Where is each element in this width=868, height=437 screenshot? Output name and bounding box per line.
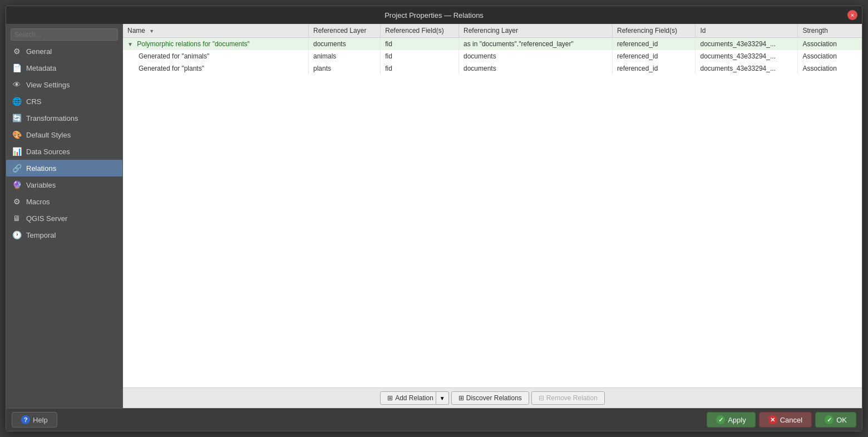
cell-refing-fields: referenced_id bbox=[612, 62, 696, 75]
sidebar-item-macros[interactable]: ⚙ Macros bbox=[6, 193, 122, 210]
sidebar-item-variables[interactable]: 🔮 Variables bbox=[6, 176, 122, 193]
footer-right: ✓ Apply ✕ Cancel ✓ OK bbox=[707, 412, 856, 428]
table-row[interactable]: Generated for "animals" animals fid docu… bbox=[123, 50, 862, 62]
cell-id: documents_43e33294_... bbox=[696, 38, 798, 51]
sidebar-item-general[interactable]: ⚙ General bbox=[6, 43, 122, 60]
cell-refing-layer: documents bbox=[458, 62, 612, 75]
dialog: Project Properties — Relations × ⚙ Gener… bbox=[6, 6, 862, 431]
cell-refing-layer: documents bbox=[458, 50, 612, 62]
sidebar-item-label: QGIS Server bbox=[26, 214, 67, 223]
titlebar: Project Properties — Relations × bbox=[6, 6, 862, 24]
add-relation-dropdown-button[interactable]: ▼ bbox=[436, 391, 449, 405]
cell-id: documents_43e33294_... bbox=[696, 62, 798, 75]
sidebar-item-crs[interactable]: 🌐 CRS bbox=[6, 93, 122, 110]
cell-name: Generated for "plants" bbox=[123, 62, 309, 75]
sidebar-item-label: Metadata bbox=[26, 64, 56, 72]
cell-ref-fields: fid bbox=[381, 38, 459, 51]
discover-relations-button[interactable]: ⊞ Discover Relations bbox=[451, 391, 529, 405]
temporal-icon: 🕐 bbox=[12, 230, 22, 240]
relations-table: Name ▼ Referenced Layer Referenced Field… bbox=[123, 24, 862, 75]
cell-strength: Association bbox=[798, 38, 862, 51]
add-relation-btn-group: ⊞ Add Relation ▼ bbox=[380, 391, 449, 405]
col-header-ref-fields[interactable]: Referenced Field(s) bbox=[381, 24, 459, 38]
sidebar-item-label: Default Styles bbox=[26, 131, 71, 139]
transformations-icon: 🔄 bbox=[12, 113, 22, 123]
relations-table-area: Name ▼ Referenced Layer Referenced Field… bbox=[123, 24, 862, 387]
search-input[interactable] bbox=[11, 28, 118, 41]
sidebar: ⚙ General 📄 Metadata 👁 View Settings 🌐 C… bbox=[6, 24, 123, 408]
sidebar-item-label: General bbox=[26, 47, 52, 56]
help-button[interactable]: ? Help bbox=[12, 412, 57, 428]
sidebar-item-metadata[interactable]: 📄 Metadata bbox=[6, 60, 122, 76]
general-icon: ⚙ bbox=[12, 46, 22, 56]
cell-ref-fields: fid bbox=[381, 50, 459, 62]
cancel-button[interactable]: ✕ Cancel bbox=[759, 412, 812, 428]
add-relation-icon: ⊞ bbox=[387, 394, 393, 402]
sidebar-item-view-settings[interactable]: 👁 View Settings bbox=[6, 76, 122, 93]
action-toolbar: ⊞ Add Relation ▼ ⊞ Discover Relations ⊟ … bbox=[123, 387, 862, 408]
add-relation-button[interactable]: ⊞ Add Relation bbox=[380, 391, 436, 405]
col-header-refing-layer[interactable]: Referencing Layer bbox=[458, 24, 612, 38]
qgis-server-icon: 🖥 bbox=[12, 213, 22, 223]
sidebar-item-transformations[interactable]: 🔄 Transformations bbox=[6, 110, 122, 126]
sidebar-item-label: Data Sources bbox=[26, 148, 70, 156]
sidebar-item-default-styles[interactable]: 🎨 Default Styles bbox=[6, 126, 122, 143]
dialog-footer: ? Help ✓ Apply ✕ Cancel ✓ OK bbox=[6, 408, 862, 431]
close-button[interactable]: × bbox=[847, 10, 857, 20]
data-sources-icon: 📊 bbox=[12, 146, 22, 156]
sidebar-item-label: Variables bbox=[26, 181, 56, 189]
col-header-strength[interactable]: Strength bbox=[798, 24, 862, 38]
apply-icon: ✓ bbox=[716, 415, 725, 424]
cell-id: documents_43e33294_... bbox=[696, 50, 798, 62]
cell-refing-layer: as in "documents"."referenced_layer" bbox=[458, 38, 612, 51]
remove-relation-icon: ⊟ bbox=[539, 394, 544, 402]
cell-name: ▼ Polymorphic relations for "documents" bbox=[123, 38, 309, 51]
cell-refing-fields: referenced_id bbox=[612, 38, 696, 51]
table-row[interactable]: ▼ Polymorphic relations for "documents" … bbox=[123, 38, 862, 51]
content-area: ⚙ General 📄 Metadata 👁 View Settings 🌐 C… bbox=[6, 24, 862, 408]
sidebar-item-label: View Settings bbox=[26, 81, 70, 89]
cell-refing-fields: referenced_id bbox=[612, 50, 696, 62]
col-header-name[interactable]: Name ▼ bbox=[123, 24, 309, 38]
remove-relation-button[interactable]: ⊟ Remove Relation bbox=[531, 391, 605, 405]
cell-ref-layer: documents bbox=[309, 38, 381, 51]
crs-icon: 🌐 bbox=[12, 96, 22, 106]
sidebar-item-label: Macros bbox=[26, 198, 50, 206]
cell-ref-layer: animals bbox=[309, 50, 381, 62]
cell-strength: Association bbox=[798, 50, 862, 62]
col-header-id[interactable]: Id bbox=[696, 24, 798, 38]
table-header-row: Name ▼ Referenced Layer Referenced Field… bbox=[123, 24, 862, 38]
metadata-icon: 📄 bbox=[12, 63, 22, 73]
relations-icon: 🔗 bbox=[12, 163, 22, 173]
cell-ref-fields: fid bbox=[381, 62, 459, 75]
table-row[interactable]: Generated for "plants" plants fid docume… bbox=[123, 62, 862, 75]
help-icon: ? bbox=[21, 415, 30, 424]
view-settings-icon: 👁 bbox=[12, 80, 22, 90]
default-styles-icon: 🎨 bbox=[12, 130, 22, 140]
sidebar-item-label: Relations bbox=[26, 164, 56, 173]
apply-button[interactable]: ✓ Apply bbox=[707, 412, 756, 428]
col-header-ref-layer[interactable]: Referenced Layer bbox=[309, 24, 381, 38]
cell-name: Generated for "animals" bbox=[123, 50, 309, 62]
cancel-icon: ✕ bbox=[768, 415, 777, 424]
sidebar-item-relations[interactable]: 🔗 Relations bbox=[6, 160, 122, 176]
expand-icon: ▼ bbox=[127, 41, 133, 47]
ok-button[interactable]: ✓ OK bbox=[815, 412, 856, 428]
variables-icon: 🔮 bbox=[12, 180, 22, 190]
sort-arrow-name: ▼ bbox=[149, 28, 154, 34]
sidebar-item-label: CRS bbox=[26, 97, 41, 106]
cell-strength: Association bbox=[798, 62, 862, 75]
col-header-refing-fields[interactable]: Referencing Field(s) bbox=[612, 24, 696, 38]
sidebar-item-data-sources[interactable]: 📊 Data Sources bbox=[6, 143, 122, 160]
main-panel: Name ▼ Referenced Layer Referenced Field… bbox=[123, 24, 862, 408]
dialog-title: Project Properties — Relations bbox=[384, 11, 484, 19]
sidebar-item-temporal[interactable]: 🕐 Temporal bbox=[6, 227, 122, 243]
discover-relations-icon: ⊞ bbox=[458, 394, 464, 402]
cell-ref-layer: plants bbox=[309, 62, 381, 75]
sidebar-item-label: Temporal bbox=[26, 231, 56, 239]
sidebar-item-qgis-server[interactable]: 🖥 QGIS Server bbox=[6, 210, 122, 227]
footer-left: ? Help bbox=[12, 412, 57, 428]
sidebar-item-label: Transformations bbox=[26, 114, 78, 122]
macros-icon: ⚙ bbox=[12, 197, 22, 207]
ok-icon: ✓ bbox=[825, 415, 834, 424]
